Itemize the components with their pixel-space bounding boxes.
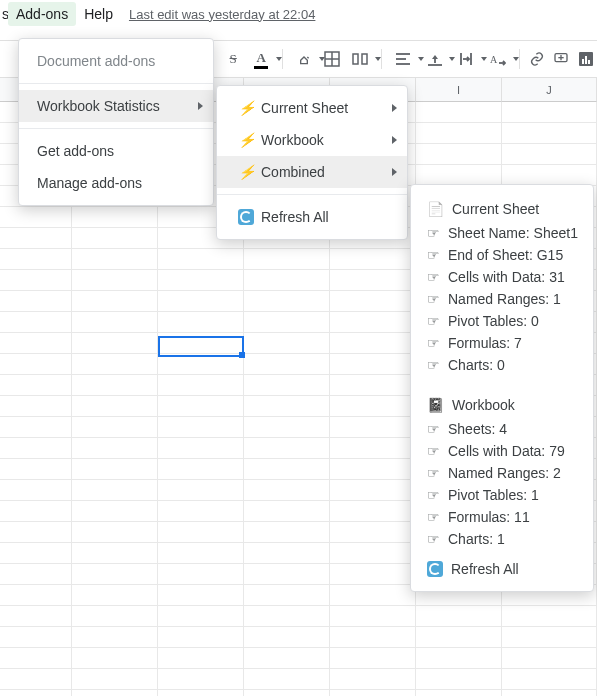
cell[interactable]	[416, 690, 502, 696]
colhead-j[interactable]: J	[502, 78, 597, 102]
cell[interactable]	[158, 648, 244, 669]
cell[interactable]	[502, 123, 597, 144]
cell[interactable]	[330, 480, 416, 501]
cell[interactable]	[158, 438, 244, 459]
cell[interactable]	[158, 501, 244, 522]
cell[interactable]	[72, 669, 158, 690]
cell[interactable]	[502, 606, 597, 627]
cell[interactable]	[244, 690, 330, 696]
cell[interactable]	[0, 564, 72, 585]
insert-chart-icon[interactable]	[575, 47, 597, 71]
cell[interactable]	[72, 501, 158, 522]
cell[interactable]	[330, 459, 416, 480]
cell[interactable]	[72, 354, 158, 375]
cell[interactable]	[244, 438, 330, 459]
cell[interactable]	[72, 375, 158, 396]
cell[interactable]	[330, 438, 416, 459]
cell[interactable]	[330, 417, 416, 438]
cell[interactable]	[0, 459, 72, 480]
submenu-workbook[interactable]: ⚡ Workbook	[217, 124, 407, 156]
cell[interactable]	[72, 228, 158, 249]
cell[interactable]	[330, 312, 416, 333]
cell[interactable]	[502, 690, 597, 696]
submenu-combined[interactable]: ⚡ Combined	[217, 156, 407, 188]
cell[interactable]	[0, 270, 72, 291]
menu-workbook-statistics[interactable]: Workbook Statistics	[19, 90, 213, 122]
cell[interactable]	[244, 564, 330, 585]
cell[interactable]	[158, 585, 244, 606]
cell[interactable]	[330, 585, 416, 606]
cell[interactable]	[0, 417, 72, 438]
cell[interactable]	[0, 228, 72, 249]
cell[interactable]	[330, 501, 416, 522]
cell[interactable]	[158, 627, 244, 648]
cell[interactable]	[244, 333, 330, 354]
cell[interactable]	[0, 375, 72, 396]
cell[interactable]	[0, 396, 72, 417]
cell[interactable]	[330, 606, 416, 627]
colhead-i[interactable]: I	[416, 78, 502, 102]
cell[interactable]	[416, 627, 502, 648]
cell[interactable]	[244, 396, 330, 417]
cell[interactable]	[416, 648, 502, 669]
cell[interactable]	[72, 333, 158, 354]
cell[interactable]	[330, 648, 416, 669]
cell[interactable]	[72, 585, 158, 606]
cell[interactable]	[244, 543, 330, 564]
cell[interactable]	[330, 627, 416, 648]
cell[interactable]	[0, 354, 72, 375]
cell[interactable]	[244, 354, 330, 375]
cell[interactable]	[0, 501, 72, 522]
cell[interactable]	[0, 690, 72, 696]
cell[interactable]	[72, 543, 158, 564]
cell[interactable]	[72, 564, 158, 585]
cell[interactable]	[158, 375, 244, 396]
cell[interactable]	[502, 648, 597, 669]
borders-icon[interactable]	[321, 47, 343, 71]
cell[interactable]	[72, 648, 158, 669]
cell[interactable]	[330, 543, 416, 564]
horizontal-align-icon[interactable]	[388, 47, 418, 71]
cell[interactable]	[244, 459, 330, 480]
cell[interactable]	[158, 543, 244, 564]
text-wrap-icon[interactable]	[451, 47, 481, 71]
menu-manage-addons[interactable]: Manage add-ons	[19, 167, 213, 199]
cell[interactable]	[0, 207, 72, 228]
cell[interactable]	[0, 543, 72, 564]
cell[interactable]	[244, 606, 330, 627]
submenu-refresh-all[interactable]: Refresh All	[217, 201, 407, 233]
cell[interactable]	[416, 123, 502, 144]
cell[interactable]	[244, 417, 330, 438]
cell[interactable]	[0, 480, 72, 501]
menu-help[interactable]: Help	[76, 2, 121, 26]
cell[interactable]	[330, 396, 416, 417]
last-edit-link[interactable]: Last edit was yesterday at 22:04	[129, 7, 315, 22]
vertical-align-icon[interactable]	[420, 47, 450, 71]
cell[interactable]	[416, 144, 502, 165]
cell[interactable]	[244, 375, 330, 396]
menu-addons[interactable]: Add-ons	[8, 2, 76, 26]
cell[interactable]	[330, 354, 416, 375]
cell[interactable]	[0, 606, 72, 627]
cell[interactable]	[72, 417, 158, 438]
cell[interactable]	[502, 165, 597, 186]
cell[interactable]	[502, 144, 597, 165]
cell[interactable]	[0, 648, 72, 669]
cell[interactable]	[72, 312, 158, 333]
cell[interactable]	[0, 522, 72, 543]
cell[interactable]	[72, 396, 158, 417]
cell[interactable]	[244, 585, 330, 606]
text-color-icon[interactable]: A	[246, 47, 276, 71]
cell[interactable]	[72, 480, 158, 501]
cell[interactable]	[502, 627, 597, 648]
cell[interactable]	[72, 606, 158, 627]
cell[interactable]	[416, 102, 502, 123]
cell[interactable]	[0, 333, 72, 354]
insert-comment-icon[interactable]	[550, 47, 572, 71]
cell[interactable]	[158, 690, 244, 696]
cell[interactable]	[330, 333, 416, 354]
cell[interactable]	[416, 165, 502, 186]
cell[interactable]	[72, 207, 158, 228]
cell[interactable]	[0, 627, 72, 648]
cell[interactable]	[330, 270, 416, 291]
